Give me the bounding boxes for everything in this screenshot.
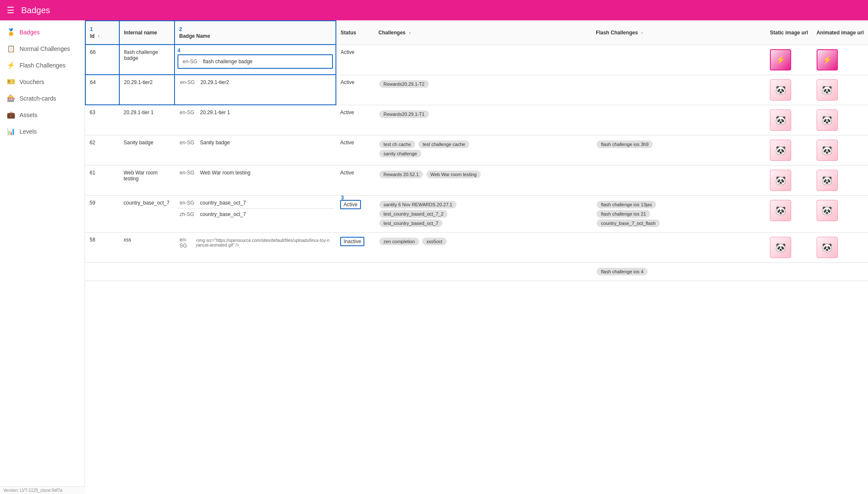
sidebar-item-label: Levels	[20, 128, 37, 135]
cell-challenges-57	[374, 262, 592, 281]
th-static-image: Static image url	[766, 21, 812, 45]
cell-flash-62: flash challenge ios 3h9	[592, 135, 766, 165]
flash-tag: flash challenge ios 3h9	[597, 140, 653, 148]
cell-static-57	[766, 262, 812, 281]
cell-id-64: 64	[85, 75, 119, 105]
badge-animated-img	[817, 140, 838, 161]
cell-animated-66	[812, 45, 868, 75]
annotation-1: 1	[90, 26, 115, 32]
normal-challenges-icon: 📋	[7, 45, 15, 53]
sidebar-item-scratch-cards[interactable]: 🎰 Scratch-cards	[0, 90, 85, 107]
cell-challenges-64: Rewards20.29.1-T2	[374, 75, 592, 105]
challenge-tag: test challenge cache	[418, 140, 469, 148]
badge-static-img	[770, 79, 791, 101]
sidebar-item-badges[interactable]: 🏅 Badges	[0, 24, 85, 40]
cell-id-62: 62	[85, 135, 119, 165]
menu-icon[interactable]: ☰	[7, 5, 14, 15]
badge-entry: en-SG 20.29.1-tier 1	[177, 108, 333, 117]
cell-id-61: 61	[85, 165, 119, 195]
cell-id-59: 59	[85, 195, 119, 232]
flash-tag: flash challenge ios 13jas	[597, 201, 656, 208]
assets-icon: 💼	[7, 111, 15, 119]
cell-challenges-61: Rewards 20.52.1 Web War room testing	[374, 165, 592, 195]
cell-badge-66: 4 en-SG flash challenge badge	[175, 45, 336, 75]
cell-flash-57: flash challenge ios 4	[592, 262, 766, 281]
cell-static-58	[766, 232, 812, 262]
cell-flash-64	[592, 75, 766, 105]
sidebar-item-label: Vouchers	[20, 79, 44, 85]
levels-icon: 📊	[7, 127, 15, 135]
cell-id-57	[85, 262, 119, 281]
cell-status-58: Inactive	[336, 232, 374, 262]
sidebar-item-label: Scratch-cards	[20, 95, 56, 102]
table-row: 62 Sanity badge en-SG Sanity badge Activ…	[85, 135, 868, 165]
annotation-3: 3	[341, 195, 344, 201]
flash-challenges-sort-icon: ↑	[641, 31, 643, 35]
badge-static-img	[770, 140, 791, 161]
challenge-tag: test_country_based_oct_7	[379, 219, 442, 227]
th-internal-name[interactable]: Internal name	[119, 21, 175, 45]
cell-id-58: 58	[85, 232, 119, 262]
badges-icon: 🏅	[7, 28, 15, 36]
cell-flash-66	[592, 45, 766, 75]
cell-internal-57	[119, 262, 175, 281]
sidebar-item-label: Normal Challenges	[20, 45, 70, 52]
cell-animated-59	[812, 195, 868, 232]
table-row: flash challenge ios 4	[85, 262, 868, 281]
cell-internal-63: 20.29.1-tier 1	[119, 105, 175, 135]
sidebar-item-label: Badges	[20, 29, 39, 36]
cell-challenges-59: santity 6 Nov REWARDS.20.27.1 test_count…	[374, 195, 592, 232]
sidebar-item-vouchers[interactable]: 🎫 Vouchers	[0, 73, 85, 90]
flash-tag: country_base_7_oct_flash	[597, 219, 659, 227]
scratch-cards-icon: 🎰	[7, 94, 15, 102]
badge-entry: en-SG country_base_oct_7	[177, 198, 333, 208]
challenge-tag: zen completion	[379, 238, 419, 245]
main-content: 1 Id ↑ Internal name 2 Badge Name Stat	[85, 20, 868, 494]
cell-badge-64: en-SG 20.29.1-tier2	[175, 75, 336, 105]
table-row: 59 country_base_oct_7 en-SG country_base…	[85, 195, 868, 232]
cell-flash-59: flash challenge ios 13jas flash challeng…	[592, 195, 766, 232]
cell-badge-61: en-SG Web War room testing	[175, 165, 336, 195]
badge-animated-img	[817, 79, 838, 101]
cell-static-63	[766, 105, 812, 135]
cell-badge-57	[175, 262, 336, 281]
challenge-tag: Web War room testing	[426, 171, 481, 178]
th-animated-image: Animated image url	[812, 21, 868, 45]
challenge-tag: test_country_based_oct_7_2	[379, 210, 448, 218]
th-status[interactable]: Status	[336, 21, 374, 45]
cell-internal-58: xss	[119, 232, 175, 262]
cell-static-59	[766, 195, 812, 232]
th-challenges[interactable]: Challenges ↑	[374, 21, 592, 45]
th-id[interactable]: 1 Id ↑	[85, 21, 119, 45]
badge-entry: en-SG 20.29.1-tier2	[178, 78, 333, 87]
cell-animated-61	[812, 165, 868, 195]
badge-static-img	[770, 49, 791, 70]
challenges-sort-icon: ↑	[409, 31, 411, 35]
cell-static-61	[766, 165, 812, 195]
layout: 🏅 Badges 📋 Normal Challenges ⚡ Flash Cha…	[0, 20, 868, 494]
sidebar-item-levels[interactable]: 📊 Levels	[0, 123, 85, 140]
badge-static-img	[770, 237, 791, 258]
th-flash-challenges[interactable]: Flash Challenges ↑	[592, 21, 766, 45]
cell-status-59: 3 Active	[336, 195, 374, 232]
cell-static-62	[766, 135, 812, 165]
sidebar-item-normal-challenges[interactable]: 📋 Normal Challenges	[0, 40, 85, 57]
badge-static-img	[770, 200, 791, 221]
cell-challenges-58: zen completion xss5oct	[374, 232, 592, 262]
sidebar-item-label: Assets	[20, 112, 37, 118]
badge-animated-img	[817, 49, 838, 70]
vouchers-icon: 🎫	[7, 78, 15, 86]
badge-animated-img	[817, 237, 838, 258]
sidebar-item-flash-challenges[interactable]: ⚡ Flash Challenges	[0, 57, 85, 73]
cell-badge-62: en-SG Sanity badge	[175, 135, 336, 165]
cell-badge-59: en-SG country_base_oct_7 zh-SG country_b…	[175, 195, 336, 232]
cell-badge-58: en-SG <img src="https://opensource.com/s…	[175, 232, 336, 262]
table-row: 61 Web War room testing en-SG Web War ro…	[85, 165, 868, 195]
th-badge-name[interactable]: 2 Badge Name	[175, 21, 336, 45]
flash-tag: flash challenge ios 21	[597, 210, 650, 218]
cell-flash-63	[592, 105, 766, 135]
id-sort-icon: ↑	[98, 34, 100, 39]
challenge-tag: santity 6 Nov REWARDS.20.27.1	[379, 201, 457, 208]
cell-id-63: 63	[85, 105, 119, 135]
sidebar-item-assets[interactable]: 💼 Assets	[0, 107, 85, 123]
